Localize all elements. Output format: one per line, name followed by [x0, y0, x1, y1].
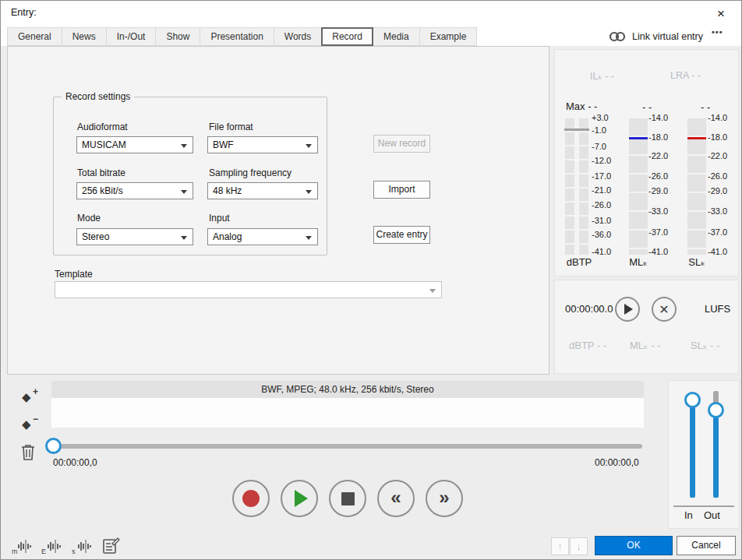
fader-baseline: [673, 505, 734, 507]
measure-cancel-button[interactable]: ✕: [652, 297, 677, 322]
meter-tick-label: -29.0: [648, 186, 668, 195]
marker-type-m-icon[interactable]: m: [12, 537, 32, 555]
template-select[interactable]: [55, 281, 442, 298]
template-label: Template: [55, 269, 93, 280]
total-time: 00:00:00,0: [595, 457, 639, 468]
tab-record[interactable]: Record: [321, 27, 373, 46]
close-icon[interactable]: ×: [706, 4, 736, 24]
entry-dialog: Entry: × GeneralNewsIn-/OutShowPresentat…: [0, 0, 742, 560]
in-fader-label: In: [684, 509, 693, 521]
import-button[interactable]: Import: [373, 181, 430, 199]
meter-tick-label: -14.0: [648, 113, 668, 122]
waveform-display: [51, 398, 644, 428]
ml-stat-value: MLₖ - -: [630, 340, 660, 351]
seek-slider-handle[interactable]: [45, 438, 62, 454]
add-marker-icon[interactable]: ◆: [22, 390, 31, 404]
tab-example[interactable]: Example: [419, 27, 478, 46]
create-entry-button[interactable]: Create entry: [373, 226, 430, 244]
tab-general[interactable]: General: [7, 27, 62, 46]
link-virtual-entry-button[interactable]: Link virtual entry: [609, 29, 703, 44]
svg-text:s: s: [72, 548, 76, 555]
measure-play-button[interactable]: [615, 297, 640, 322]
marker-type-e-icon[interactable]: E: [41, 537, 62, 555]
out-fader-track[interactable]: [713, 414, 719, 498]
tab-presentation[interactable]: Presentation: [200, 27, 274, 46]
svg-text:E: E: [41, 548, 46, 555]
tab-words[interactable]: Words: [274, 27, 322, 46]
move-down-button[interactable]: ↓: [570, 537, 588, 555]
out-fader-handle[interactable]: [708, 402, 724, 418]
meter-tick-label: -26.0: [648, 171, 668, 181]
dbtp-max-value: Max - -: [566, 100, 597, 112]
meter-tick-label: -33.0: [708, 206, 727, 216]
seek-slider-track[interactable]: [51, 444, 642, 449]
add-marker-plus[interactable]: +: [33, 386, 38, 397]
file-format-value: BWF: [213, 139, 234, 150]
file-format-label: File format: [209, 122, 253, 132]
meter-tick-label: -12.0: [592, 156, 611, 165]
rewind-button[interactable]: «: [377, 480, 415, 517]
meter-tick-label: -14.0: [708, 113, 727, 122]
mode-label: Mode: [77, 213, 101, 224]
forward-button[interactable]: »: [426, 480, 463, 517]
record-icon: [242, 490, 260, 507]
more-options-icon[interactable]: •••: [712, 27, 723, 37]
record-settings-group: Record settings Audioformat MUSICAM File…: [53, 97, 327, 255]
audio-format-info: BWF, MPEG; 48.0 kHz, 256 kbit/s, Stereo: [51, 381, 644, 398]
forward-icon: »: [439, 488, 449, 507]
tab-inout[interactable]: In-/Out: [106, 27, 157, 46]
sampling-frequency-select[interactable]: 48 kHz: [207, 182, 318, 199]
remove-marker-icon[interactable]: ◆: [22, 417, 31, 431]
tab-show[interactable]: Show: [155, 27, 200, 46]
input-label: Input: [209, 213, 230, 224]
loudness-meter-panel: ILₖ - - LRA - - Max - - +3.0-1.0-7.0-12.…: [554, 49, 739, 276]
mode-select[interactable]: Stereo: [76, 228, 193, 245]
record-button[interactable]: [232, 480, 270, 517]
meter-tick-label: -18.0: [708, 132, 727, 142]
play-button[interactable]: [281, 480, 318, 517]
sl-max-value: - -: [701, 101, 710, 113]
marker-type-s-icon[interactable]: s: [72, 537, 92, 555]
svg-text:m: m: [12, 548, 18, 555]
move-up-button[interactable]: ↑: [551, 537, 569, 555]
cancel-button[interactable]: Cancel: [677, 536, 736, 555]
total-bitrate-label: Total bitrate: [77, 167, 125, 178]
meter-tick-label: -17.0: [592, 171, 611, 181]
link-virtual-entry-label: Link virtual entry: [632, 31, 703, 42]
total-bitrate-select[interactable]: 256 kBit/s: [76, 182, 193, 199]
ml-target-line: [629, 137, 648, 139]
dbtp-peak-line: [564, 129, 589, 131]
audioformat-value: MUSICAM: [82, 139, 126, 150]
meter-tick-label: -33.0: [648, 206, 668, 216]
file-format-select[interactable]: BWF: [207, 136, 318, 153]
stop-button[interactable]: [329, 480, 366, 517]
total-bitrate-value: 256 kBit/s: [82, 185, 123, 196]
trash-icon[interactable]: [21, 444, 35, 460]
meter-tick-label: -37.0: [708, 227, 727, 237]
loudness-range-value: LRA - -: [670, 70, 701, 81]
meter-tick-label: -1.0: [592, 125, 606, 135]
ok-button[interactable]: OK: [595, 536, 673, 555]
meter-tick-label: -31.0: [592, 216, 611, 225]
meter-tick-label: -7.0: [592, 142, 606, 151]
tab-media[interactable]: Media: [373, 27, 420, 46]
in-out-fader-panel: In Out: [668, 380, 740, 529]
play-icon: [295, 490, 308, 507]
input-select[interactable]: Analog: [207, 228, 318, 245]
remove-marker-minus[interactable]: −: [33, 414, 38, 424]
in-fader-handle[interactable]: [684, 392, 701, 408]
lufs-unit-label: LUFS: [705, 303, 730, 315]
rewind-icon: «: [390, 488, 401, 507]
new-record-button[interactable]: New record: [373, 135, 430, 153]
window-title: Entry:: [11, 7, 37, 18]
measure-timecode: 00:00:00.0: [565, 303, 613, 315]
dropdown-arrow-icon: [429, 289, 436, 293]
tab-news[interactable]: News: [62, 27, 107, 46]
in-fader-track[interactable]: [690, 403, 695, 498]
audioformat-select[interactable]: MUSICAM: [76, 136, 193, 153]
play-icon: [624, 304, 633, 315]
ml-meter-name: MLₖ: [621, 256, 655, 268]
stop-icon: [341, 492, 355, 505]
sl-stat-value: SLₖ - -: [691, 340, 719, 351]
edit-notes-icon[interactable]: [102, 537, 121, 555]
